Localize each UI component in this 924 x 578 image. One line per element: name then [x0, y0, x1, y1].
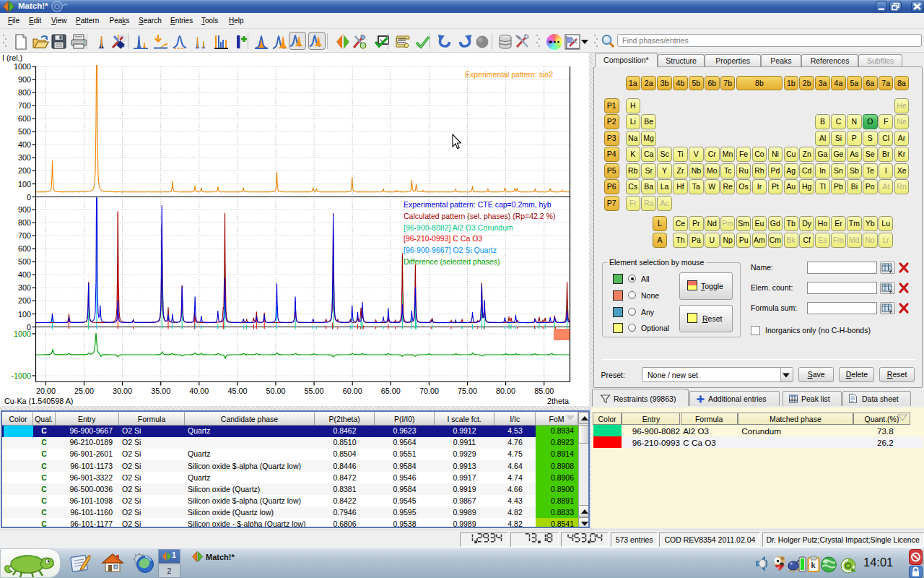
svg-text:45.00: 45.00	[227, 387, 247, 395]
svg-text:60.00: 60.00	[343, 387, 362, 395]
svg-text:35.00: 35.00	[151, 387, 170, 395]
svg-text:Calculated pattern (sel. phase: Calculated pattern (sel. phases) (Rp=42.…	[404, 212, 555, 220]
svg-text:1000: 1000	[14, 329, 31, 338]
svg-text:600: 600	[18, 244, 31, 253]
svg-text:85.00: 85.00	[534, 387, 554, 395]
svg-text:0: 0	[27, 193, 31, 202]
svg-text:500: 500	[18, 257, 31, 266]
svg-text:500: 500	[18, 127, 31, 136]
svg-text:70.00: 70.00	[419, 387, 439, 395]
svg-text:25.00: 25.00	[74, 387, 94, 395]
svg-text:40.00: 40.00	[189, 387, 209, 395]
svg-text:700: 700	[18, 231, 31, 240]
svg-text:800: 800	[18, 218, 31, 227]
svg-text:65.00: 65.00	[381, 387, 401, 395]
svg-text:K: K	[777, 566, 780, 570]
svg-text:Experimental pattern: sio2: Experimental pattern: sio2	[465, 70, 553, 79]
svg-text:300: 300	[18, 153, 31, 162]
svg-text:100: 100	[18, 310, 31, 319]
svg-text:1000: 1000	[14, 62, 31, 71]
svg-text:300: 300	[18, 283, 31, 292]
svg-text:400: 400	[18, 270, 31, 279]
svg-text:k: k	[811, 561, 816, 569]
svg-text:[96-900-8082] Al2 O3 Corundum: [96-900-8082] Al2 O3 Corundum	[404, 223, 513, 232]
svg-text:700: 700	[18, 101, 31, 110]
svg-text:2theta: 2theta	[547, 397, 569, 405]
svg-text:30.00: 30.00	[113, 387, 132, 395]
svg-text:200: 200	[18, 296, 31, 305]
svg-text:75.00: 75.00	[458, 387, 477, 395]
svg-text:[96-900-9667] O2 Si Quartz: [96-900-9667] O2 Si Quartz	[404, 246, 497, 254]
svg-text:900: 900	[18, 75, 31, 84]
svg-text:600: 600	[18, 114, 31, 123]
svg-text:100: 100	[18, 180, 31, 189]
svg-text:Cu-Ka (1.540598 A): Cu-Ka (1.540598 A)	[4, 397, 73, 405]
svg-text:-1000: -1000	[11, 371, 31, 380]
svg-text:200: 200	[18, 166, 31, 175]
svg-text:400: 400	[18, 140, 31, 149]
svg-text:800: 800	[18, 88, 31, 97]
svg-text:900: 900	[18, 205, 31, 214]
svg-text:20.00: 20.00	[36, 387, 56, 395]
svg-text:I (rel.): I (rel.)	[2, 53, 22, 62]
svg-text:[96-210-0993] C Ca O3: [96-210-0993] C Ca O3	[404, 234, 482, 243]
svg-text:55.00: 55.00	[305, 387, 324, 395]
svg-text:50.00: 50.00	[266, 387, 285, 395]
svg-text:Difference (selected phases): Difference (selected phases)	[404, 257, 500, 266]
svg-text:80.00: 80.00	[496, 387, 515, 395]
svg-text:Experimental pattern: CTE cap=: Experimental pattern: CTE cap=0.2mm, hyb	[404, 200, 552, 209]
